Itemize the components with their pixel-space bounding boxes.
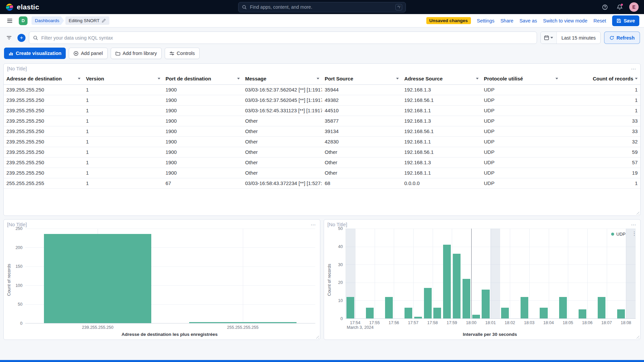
- menu-button[interactable]: [5, 16, 15, 26]
- y-axis-title: Count of records: [6, 229, 12, 331]
- column-header-label: Version: [86, 76, 104, 81]
- table-cell: 1900: [163, 157, 243, 168]
- breadcrumb-current[interactable]: Editing SNORT: [65, 16, 109, 25]
- table-cell: UDP: [481, 95, 561, 105]
- kql-search-input[interactable]: Filter your data using KQL syntax: [29, 32, 537, 44]
- table-cell: 1900: [163, 147, 243, 157]
- column-header[interactable]: Port de destination: [163, 73, 243, 84]
- table-cell: UDP: [481, 126, 561, 136]
- column-header-label: Adresse de destination: [6, 76, 62, 81]
- date-picker-quick-menu[interactable]: [541, 32, 557, 44]
- table-cell: 1: [561, 178, 640, 188]
- x-axis-tick: 17:59: [447, 320, 457, 325]
- table-row: 239.255.255.2501190003/03-16:52:37.56204…: [4, 95, 640, 105]
- panel-options-button[interactable]: ⋯: [630, 66, 638, 72]
- y-axis-tick: 200: [15, 245, 22, 250]
- panel-title[interactable]: [No Title]: [7, 66, 27, 71]
- notifications-button[interactable]: [614, 2, 625, 12]
- table-cell: 03/03-16:52:37.562045 [**] [1:1917:: [243, 95, 322, 105]
- panel-title[interactable]: [No Title]: [327, 222, 347, 227]
- chevron-down-icon: [550, 37, 553, 39]
- table-row: 239.255.255.2501190003/03-16:52:45.33112…: [4, 105, 640, 116]
- elastic-logo-icon: [5, 3, 14, 11]
- panel-options-button[interactable]: ⋯: [309, 222, 317, 228]
- chart-band: [432, 229, 442, 318]
- breadcrumb-dashboards[interactable]: Dashboards: [32, 16, 64, 25]
- add-panel-button[interactable]: Add panel: [69, 48, 107, 59]
- chart-band: [490, 229, 500, 318]
- save-as-button[interactable]: Save as: [520, 18, 537, 23]
- add-from-library-button[interactable]: Add from library: [111, 48, 162, 59]
- bar: [44, 234, 151, 323]
- plus-circle-icon: [73, 51, 78, 56]
- global-search-input[interactable]: Find apps, content, and more. ^/: [238, 2, 406, 12]
- dashboard-grid: [No Title] ⋯ Adresse de destinationVersi…: [0, 63, 644, 340]
- x-axis: 239.255.255.250255.255.255.255: [25, 323, 315, 331]
- interval-histogram-chart: Count of records 01020304050 March 3, 20…: [326, 229, 636, 331]
- sort-chevron-icon: [78, 78, 80, 79]
- bar: [414, 317, 422, 318]
- table-cell: 35944: [322, 84, 401, 95]
- table-cell: 239.255.255.250: [4, 126, 83, 136]
- x-axis-title: Adresse de destination les plus enregist…: [19, 331, 320, 337]
- table-cell: 1900: [163, 105, 243, 116]
- chart-band: [374, 229, 384, 318]
- calendar-icon: [544, 35, 549, 40]
- chart-band: [25, 229, 170, 323]
- share-button[interactable]: Share: [500, 18, 514, 23]
- create-visualization-button[interactable]: Create visualization: [4, 48, 66, 59]
- column-header[interactable]: Count of records: [561, 73, 640, 84]
- switch-to-view-mode-button[interactable]: Switch to view mode: [543, 18, 587, 23]
- table-cell: 1: [83, 147, 163, 157]
- table-cell: Other: [322, 168, 401, 178]
- table-cell: 239.255.255.250: [4, 147, 83, 157]
- bar: [472, 315, 480, 318]
- resize-handle-icon[interactable]: [635, 210, 639, 215]
- table-cell: 03/03-16:52:37.562042 [**] [1:1917:: [243, 84, 322, 95]
- add-filter-button[interactable]: +: [17, 34, 25, 42]
- table-cell: 33: [561, 126, 640, 136]
- bar: [501, 308, 509, 318]
- x-axis-tick: 18:05: [563, 320, 573, 325]
- panel-destination-chart: [No Title] ⋯ Count of records 0501001502…: [3, 219, 320, 340]
- column-header[interactable]: Version: [83, 73, 163, 84]
- table-cell: UDP: [481, 157, 561, 168]
- column-header[interactable]: Adresse Source: [401, 73, 481, 84]
- navbar-left: D Dashboards Editing SNORT: [5, 16, 109, 26]
- table-cell: 59: [561, 147, 640, 157]
- reset-button[interactable]: Reset: [593, 18, 606, 23]
- table-cell: UDP: [481, 168, 561, 178]
- column-header[interactable]: Adresse de destination: [4, 73, 83, 84]
- space-avatar[interactable]: D: [19, 16, 28, 25]
- time-range-button[interactable]: Last 15 minutes: [557, 32, 600, 44]
- table-cell: UDP: [481, 84, 561, 95]
- settings-button[interactable]: Settings: [477, 18, 494, 23]
- hamburger-icon: [7, 18, 13, 24]
- refresh-button[interactable]: Refresh: [604, 32, 640, 44]
- save-button[interactable]: Save: [612, 15, 639, 26]
- sort-chevron-icon: [555, 78, 558, 79]
- y-axis-tick: 50: [18, 302, 22, 307]
- table-cell: 32: [561, 136, 640, 147]
- help-button[interactable]: [600, 2, 610, 12]
- controls-button[interactable]: Controls: [165, 48, 200, 59]
- table-cell: 1900: [163, 84, 243, 95]
- panel-options-button[interactable]: ⋯: [630, 222, 638, 228]
- column-header[interactable]: Protocole utilisé: [481, 73, 561, 84]
- bar: [366, 308, 374, 318]
- table-row: 255.255.255.25516703/03-16:58:43.372234 …: [4, 178, 640, 188]
- user-avatar[interactable]: E: [629, 2, 639, 12]
- table-row: 239.255.255.25011900Other39134192.168.56…: [4, 126, 640, 136]
- column-header-label: Port de destination: [166, 76, 211, 81]
- y-axis-tick: 250: [15, 226, 22, 231]
- table-cell: UDP: [481, 178, 561, 188]
- table-cell: 192.168.1.3: [401, 116, 481, 126]
- elastic-home-link[interactable]: elastic: [5, 3, 39, 11]
- saved-query-menu-button[interactable]: [4, 33, 14, 43]
- column-header[interactable]: Message: [243, 73, 322, 84]
- column-header[interactable]: Port Source: [322, 73, 401, 84]
- x-axis-tick: 18:06: [582, 320, 592, 325]
- y-axis-tick: 10: [338, 298, 343, 303]
- sort-chevron-icon: [396, 78, 399, 79]
- table-cell: Other: [243, 147, 322, 157]
